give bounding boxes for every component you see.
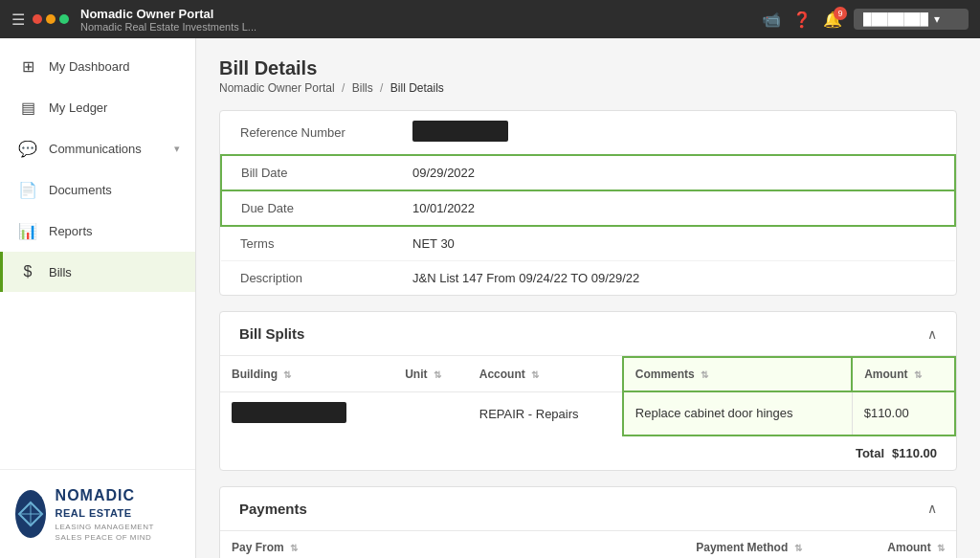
details-table: Reference Number Bill Date 09/29/2022 Du… <box>220 111 956 295</box>
description-row: Description J&N List 147 From 09/24/22 T… <box>221 261 955 296</box>
split-total: Total $110.00 <box>220 436 956 470</box>
dot-green <box>59 14 69 24</box>
chevron-down-icon: ▾ <box>174 143 180 155</box>
bill-date-value: 09/29/2022 <box>393 155 955 190</box>
sidebar-item-ledger[interactable]: ▤ My Ledger <box>0 87 195 128</box>
reference-number-label: Reference Number <box>221 111 393 155</box>
payments-header-row: Pay From ⇅ Payment Method ⇅ Amount ⇅ <box>220 531 956 559</box>
bill-splits-card: Bill Splits ∧ Building ⇅ Unit ⇅ <box>219 311 957 471</box>
topbar-icons: 📹 ❓ 🔔 9 ████████ ▾ <box>762 9 969 30</box>
dot-red <box>33 14 42 24</box>
help-icon[interactable]: ❓ <box>792 11 812 29</box>
terms-label: Terms <box>221 226 393 261</box>
collapse-icon[interactable]: ∧ <box>927 501 937 516</box>
payment-method-header: Payment Method ⇅ <box>570 531 813 559</box>
dashboard-icon: ⊞ <box>18 57 37 76</box>
breadcrumb-bills[interactable]: Bills <box>352 81 373 95</box>
sort-icon[interactable]: ⇅ <box>290 543 298 553</box>
pay-from-header: Pay From ⇅ <box>220 531 570 559</box>
user-menu[interactable]: ████████ ▾ <box>854 9 969 30</box>
payments-card: Payments ∧ Pay From ⇅ Payment Method <box>219 486 957 559</box>
sidebar-item-communications[interactable]: 💬 Communications ▾ <box>0 128 195 169</box>
due-date-label: Due Date <box>221 190 393 226</box>
sidebar-item-label: My Dashboard <box>49 59 180 74</box>
user-label: ████████ <box>863 12 928 26</box>
reference-number-redacted <box>412 121 508 142</box>
main-layout: ⊞ My Dashboard ▤ My Ledger 💬 Communicati… <box>0 38 980 558</box>
unit-header: Unit ⇅ <box>393 357 468 391</box>
payments-table: Pay From ⇅ Payment Method ⇅ Amount ⇅ <box>220 531 956 559</box>
total-label: Total <box>856 446 884 460</box>
sort-icon[interactable]: ⇅ <box>283 369 291 380</box>
breadcrumb-sep: / <box>380 81 383 95</box>
bill-date-row: Bill Date 09/29/2022 <box>221 155 955 190</box>
sidebar-item-label: Communications <box>49 142 163 156</box>
logo-text: NOMADIC REAL ESTATE LEASING MANAGEMENT S… <box>56 485 180 543</box>
description-label: Description <box>221 261 393 296</box>
video-icon[interactable]: 📹 <box>762 11 781 29</box>
sidebar-item-label: Bills <box>49 265 180 279</box>
notification-badge: 9 <box>834 7 847 20</box>
bill-details-body: Reference Number Bill Date 09/29/2022 Du… <box>220 111 956 295</box>
communications-icon: 💬 <box>18 140 37 158</box>
breadcrumb-home[interactable]: Nomadic Owner Portal <box>219 81 335 95</box>
sidebar-item-bills[interactable]: $ Bills <box>0 252 195 292</box>
building-header: Building ⇅ <box>220 357 393 391</box>
reference-number-value <box>393 111 955 155</box>
reports-icon: 📊 <box>18 222 37 240</box>
notification-icon[interactable]: 🔔 9 <box>823 11 842 29</box>
sort-icon[interactable]: ⇅ <box>701 369 708 380</box>
sort-icon[interactable]: ⇅ <box>434 369 441 380</box>
split-amount: $110.00 <box>852 391 955 435</box>
bills-icon: $ <box>18 263 37 280</box>
bill-date-label: Bill Date <box>221 155 393 190</box>
bill-details-card: Reference Number Bill Date 09/29/2022 Du… <box>219 110 957 296</box>
diamond-svg <box>17 501 44 527</box>
sidebar-item-documents[interactable]: 📄 Documents <box>0 169 195 211</box>
logo-name-line2: REAL ESTATE <box>56 506 180 521</box>
comments-header: Comments ⇅ <box>623 357 852 391</box>
main-content: Bill Details Nomadic Owner Portal / Bill… <box>196 38 980 558</box>
sidebar-item-dashboard[interactable]: ⊞ My Dashboard <box>0 46 195 87</box>
page-header: Bill Details Nomadic Owner Portal / Bill… <box>219 57 957 95</box>
logo-tagline: LEASING MANAGEMENT SALES PEACE OF MIND <box>56 522 180 543</box>
menu-icon[interactable]: ☰ <box>11 11 25 29</box>
split-account: REPAIR - Repairs <box>468 391 623 435</box>
sort-icon[interactable]: ⇅ <box>794 543 802 553</box>
terms-value: NET 30 <box>393 226 955 261</box>
dot-yellow <box>46 14 56 24</box>
collapse-icon[interactable]: ∧ <box>927 326 937 342</box>
split-unit <box>393 391 468 435</box>
topbar-title: Nomadic Owner Portal Nomadic Real Estate… <box>80 7 754 33</box>
app-subtitle: Nomadic Real Estate Investments L... <box>80 21 754 33</box>
sidebar-item-label: Documents <box>49 183 180 197</box>
breadcrumb-current: Bill Details <box>390 81 444 95</box>
sidebar-item-label: Reports <box>49 224 180 238</box>
sort-icon[interactable]: ⇅ <box>914 369 922 380</box>
breadcrumb-sep: / <box>342 81 345 95</box>
sidebar-logo: NOMADIC REAL ESTATE LEASING MANAGEMENT S… <box>0 469 195 558</box>
split-comments: Replace cabinet door hinges <box>623 391 852 435</box>
bill-splits-header: Bill Splits ∧ <box>220 312 956 356</box>
account-header: Account ⇅ <box>468 357 623 391</box>
amount-header: Amount ⇅ <box>852 357 955 391</box>
payments-body: Pay From ⇅ Payment Method ⇅ Amount ⇅ <box>220 531 956 559</box>
window-dots <box>33 14 69 24</box>
due-date-row: Due Date 10/01/2022 <box>221 190 955 226</box>
splits-header-row: Building ⇅ Unit ⇅ Account ⇅ <box>220 357 955 391</box>
sidebar-nav: ⊞ My Dashboard ▤ My Ledger 💬 Communicati… <box>0 38 195 469</box>
reference-number-row: Reference Number <box>221 111 955 155</box>
ledger-icon: ▤ <box>18 99 37 117</box>
chevron-down-icon: ▾ <box>934 12 940 26</box>
sort-icon[interactable]: ⇅ <box>937 543 945 553</box>
sidebar-item-reports[interactable]: 📊 Reports <box>0 211 195 252</box>
app-title: Nomadic Owner Portal <box>80 7 754 21</box>
payments-header: Payments ∧ <box>220 487 956 531</box>
amount-header: Amount ⇅ <box>813 531 956 559</box>
bill-splits-body: Building ⇅ Unit ⇅ Account ⇅ <box>220 356 956 470</box>
logo-icon <box>15 490 46 538</box>
logo-name-big: NOMADIC <box>56 485 180 506</box>
sort-icon[interactable]: ⇅ <box>531 369 539 380</box>
terms-row: Terms NET 30 <box>221 226 955 261</box>
due-date-value: 10/01/2022 <box>393 190 955 226</box>
